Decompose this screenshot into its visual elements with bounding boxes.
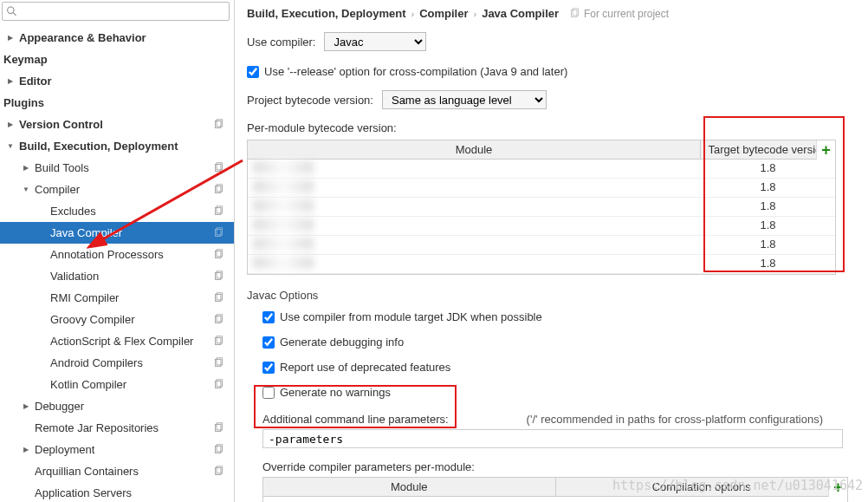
tree-item-build-tools[interactable]: ▶Build Tools <box>0 157 234 179</box>
tree-item-rmi-compiler[interactable]: RMI Compiler <box>0 287 234 309</box>
tree-item-label: Groovy Compiler <box>50 313 213 326</box>
bytecode-version-select[interactable]: Same as language level <box>382 90 547 109</box>
params-label: Additional command line parameters: <box>262 413 449 426</box>
no-warnings-checkbox[interactable] <box>262 387 275 399</box>
tree-item-compiler[interactable]: ▼Compiler <box>0 179 234 200</box>
tree-item-build-execution-deployment[interactable]: ▼Build, Execution, Deployment <box>0 135 234 157</box>
svg-line-1 <box>13 13 16 16</box>
chevron-icon: ▼ <box>5 142 16 150</box>
table-row[interactable]: 1.8 <box>248 179 835 198</box>
copy-icon <box>213 422 225 434</box>
copy-icon <box>213 184 225 196</box>
tree-item-label: Arquillian Containers <box>35 465 213 478</box>
chevron-icon: ▼ <box>21 186 31 193</box>
gen-debug-label: Generate debugging info <box>280 336 404 349</box>
chevron-right-icon: › <box>411 9 414 19</box>
gen-debug-checkbox[interactable] <box>262 336 275 349</box>
chevron-icon: ▶ <box>5 121 16 128</box>
tree-item-label: Version Control <box>19 118 213 131</box>
table-row[interactable]: 1.8 <box>248 160 835 179</box>
target-cell: 1.8 <box>701 179 835 197</box>
table-row[interactable]: 1.8 <box>248 255 835 274</box>
tree-item-label: Android Compilers <box>50 356 213 369</box>
table-row[interactable]: 1.8 <box>248 198 835 217</box>
search-input[interactable] <box>20 5 225 17</box>
compiler-select[interactable]: Javac <box>324 32 426 51</box>
table-row[interactable]: 1.8 <box>248 236 835 255</box>
bytecode-version-label: Project bytecode version: <box>247 94 373 107</box>
target-cell: 1.8 <box>701 198 835 216</box>
tree-item-label: Build Tools <box>35 161 213 174</box>
no-warnings-label: Generate no warnings <box>280 386 391 399</box>
breadcrumb-2: Compiler <box>419 7 468 20</box>
tree-item-remote-jar-repositories[interactable]: Remote Jar Repositories <box>0 417 234 439</box>
tree-item-label: Build, Execution, Deployment <box>19 140 229 153</box>
tree-item-label: Compiler <box>35 183 213 196</box>
tree-item-application-servers[interactable]: Application Servers <box>0 482 234 502</box>
module-cell <box>248 255 701 273</box>
watermark: https://blog.csdn.net/u013041642 <box>612 478 863 493</box>
copy-icon <box>569 8 580 19</box>
tree-item-arquillian-containers[interactable]: Arquillian Containers <box>0 460 234 482</box>
add-module-button[interactable]: + <box>816 140 835 160</box>
tree-item-label: RMI Compiler <box>50 291 213 304</box>
params-input[interactable] <box>262 429 843 448</box>
per-module-label: Per-module bytecode version: <box>247 121 868 134</box>
search-box[interactable] <box>2 2 230 21</box>
copy-icon <box>213 444 225 456</box>
tree-item-label: Debugger <box>35 400 229 413</box>
tree-item-deployment[interactable]: ▶Deployment <box>0 439 234 460</box>
tree-item-version-control[interactable]: ▶Version Control <box>0 114 234 135</box>
release-option-checkbox[interactable] <box>247 66 259 78</box>
copy-icon <box>213 336 225 348</box>
override-hint: Additional compilation options will be t… <box>263 497 847 502</box>
col-target: Target bytecode version <box>701 140 835 159</box>
copy-icon <box>213 357 225 369</box>
tree-item-appearance-behavior[interactable]: ▶Appearance & Behavior <box>0 27 234 49</box>
tree-item-java-compiler[interactable]: Java Compiler <box>0 222 234 244</box>
deprecated-checkbox[interactable] <box>262 362 275 374</box>
tree-item-keymap[interactable]: Keymap <box>0 49 234 70</box>
bytecode-table: Module Target bytecode version 1.81.81.8… <box>247 140 836 275</box>
breadcrumb-1: Build, Execution, Deployment <box>247 7 405 20</box>
tree-item-label: Validation <box>50 270 213 283</box>
target-cell: 1.8 <box>701 255 835 273</box>
tree-item-android-compilers[interactable]: Android Compilers <box>0 352 234 374</box>
chevron-right-icon: › <box>473 9 476 19</box>
copy-icon <box>213 227 225 239</box>
project-scope-hint: For current project <box>569 8 669 20</box>
tree-item-label: Excludes <box>50 205 213 218</box>
table-row[interactable]: 1.8 <box>248 217 835 236</box>
tree-item-label: Plugins <box>3 96 229 109</box>
tree-item-debugger[interactable]: ▶Debugger <box>0 395 234 417</box>
module-cell <box>248 217 701 235</box>
use-compiler-label: Use compiler: <box>247 36 315 49</box>
tree-item-plugins[interactable]: Plugins <box>0 92 234 114</box>
main-panel: Build, Execution, Deployment › Compiler … <box>235 0 868 502</box>
svg-point-0 <box>8 7 14 13</box>
tree-item-excludes[interactable]: Excludes <box>0 200 234 222</box>
chevron-icon: ▶ <box>21 402 31 410</box>
target-cell: 1.8 <box>701 236 835 254</box>
tree-item-label: Deployment <box>35 443 213 456</box>
chevron-icon: ▶ <box>21 164 31 172</box>
tree-item-label: Remote Jar Repositories <box>35 421 213 434</box>
breadcrumb: Build, Execution, Deployment › Compiler … <box>247 7 868 27</box>
release-option-label: Use '--release' option for cross-compila… <box>264 65 567 78</box>
module-cell <box>248 198 701 216</box>
copy-icon <box>213 249 225 261</box>
tree-item-editor[interactable]: ▶Editor <box>0 70 234 92</box>
tree-item-label: Annotation Processors <box>50 248 213 261</box>
tree-item-label: Appearance & Behavior <box>19 31 229 44</box>
target-cell: 1.8 <box>701 160 835 178</box>
module-cell <box>248 160 701 178</box>
tree-item-actionscript-flex-compiler[interactable]: ActionScript & Flex Compiler <box>0 330 234 352</box>
tree-item-annotation-processors[interactable]: Annotation Processors <box>0 244 234 265</box>
override-label: Override compiler parameters per-module: <box>262 460 868 473</box>
tree-item-groovy-compiler[interactable]: Groovy Compiler <box>0 309 234 330</box>
tree-item-label: Java Compiler <box>50 226 213 239</box>
tree-item-validation[interactable]: Validation <box>0 265 234 287</box>
col-module: Module <box>248 140 701 159</box>
use-module-jdk-checkbox[interactable] <box>262 311 275 323</box>
tree-item-kotlin-compiler[interactable]: Kotlin Compiler <box>0 374 234 395</box>
